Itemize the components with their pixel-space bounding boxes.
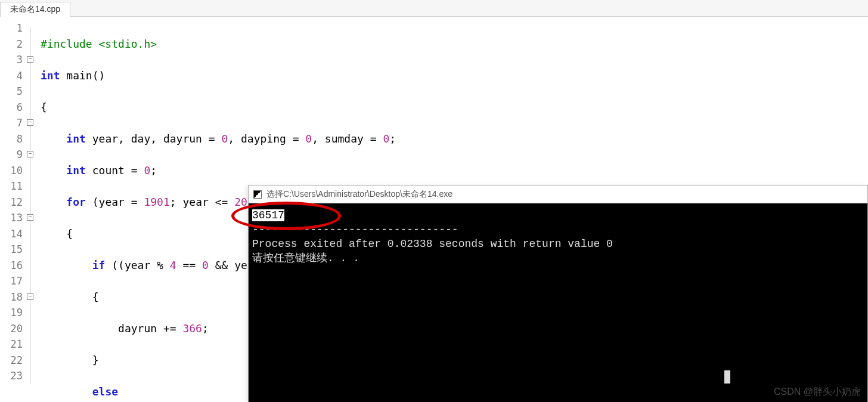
console-icon: [253, 190, 262, 199]
fold-toggle-icon[interactable]: −: [27, 119, 33, 126]
console-title-path: C:\Users\Administrator\Desktop\未命名14.exe: [283, 189, 452, 200]
console-titlebar[interactable]: 选择 C:\Users\Administrator\Desktop\未命名14.…: [249, 185, 867, 203]
console-output[interactable]: 36517 -------------------------------- P…: [249, 203, 867, 402]
annotation-ellipse: [231, 202, 341, 230]
console-window[interactable]: 选择 C:\Users\Administrator\Desktop\未命名14.…: [248, 185, 868, 402]
tab-file[interactable]: 未命名14.cpp: [0, 2, 70, 17]
fold-toggle-icon[interactable]: −: [27, 56, 33, 63]
fold-column: − − − − −: [26, 17, 37, 398]
line-number-gutter: 123 456 789 101112 131415 161718 192021 …: [0, 17, 26, 398]
tab-bar: 未命名14.cpp: [0, 0, 868, 17]
console-title-prefix: 选择: [266, 189, 283, 200]
fold-toggle-icon[interactable]: −: [27, 293, 33, 300]
console-cursor: [724, 370, 730, 384]
console-process-line: Process exited after 0.02338 seconds wit…: [252, 238, 613, 250]
fold-toggle-icon[interactable]: −: [27, 214, 33, 221]
console-prompt-line: 请按任意键继续. . .: [252, 252, 359, 264]
watermark-text: CSDN @胖头小奶虎: [774, 386, 861, 398]
fold-toggle-icon[interactable]: −: [27, 151, 33, 157]
